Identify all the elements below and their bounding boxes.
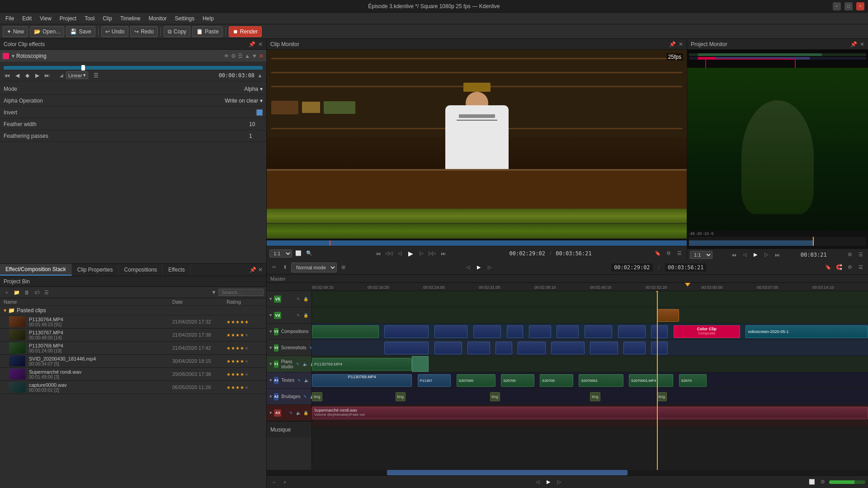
clip-v3-3[interactable] (434, 325, 468, 338)
pm-next-btn[interactable]: ⏭ (773, 250, 782, 259)
keyframe-handle[interactable] (81, 65, 85, 70)
menu-file[interactable]: File (2, 14, 18, 23)
interpolation-select[interactable]: Linear ▾ (66, 71, 88, 79)
bin-menu-btn[interactable]: ☰ (42, 288, 51, 296)
bin-folder-btn[interactable]: 📁 (13, 288, 21, 296)
clip-v2-4[interactable] (495, 342, 512, 354)
clip-v2-9[interactable] (651, 342, 668, 354)
tl-cut-btn[interactable]: ✂ (269, 263, 278, 272)
monitor-play-btn[interactable]: ▶ (406, 249, 415, 258)
clip-a1-main[interactable]: P1130769.MP4 (312, 374, 412, 387)
menu-help[interactable]: Help (199, 14, 217, 23)
a1-edit-icon[interactable]: ✎ (296, 377, 302, 384)
monitor-crop-btn[interactable]: ⬜ (294, 249, 303, 258)
bin-options-icon[interactable]: 📌 (250, 267, 256, 273)
track-row-v4[interactable] (312, 307, 868, 324)
music-clip[interactable]: Supermarché rondi.wav Volume (keyframabl… (312, 407, 868, 419)
bin-tag-btn[interactable]: 🏷 (33, 288, 41, 296)
tl-marker-btn[interactable]: 🔖 (824, 263, 833, 272)
clip-color-clip[interactable]: Color Clip Composite (674, 325, 741, 338)
tl-next-frame-btn[interactable]: ▷ (555, 478, 564, 487)
menu-view[interactable]: View (36, 14, 55, 23)
track-row-a2[interactable]: ting ting ting ting ting (312, 389, 868, 405)
clip-monitor-close-icon[interactable]: ✕ (679, 41, 683, 47)
pm-play-btn[interactable]: ▶ (751, 250, 760, 259)
v1-mute-icon[interactable]: 🔈 (302, 361, 308, 367)
effect-list-icon[interactable]: ☰ (238, 53, 243, 59)
bin-add-btn[interactable]: + (3, 288, 11, 296)
redo-button[interactable]: ↪ Redo (130, 26, 158, 37)
v5-lock-icon[interactable]: 🔒 (302, 296, 309, 302)
ting-clip-3[interactable]: ting (490, 392, 500, 401)
tl-settings-btn[interactable]: ⚙ (845, 263, 854, 272)
clip-v2-1[interactable] (384, 342, 429, 354)
clip-vokoscreen[interactable]: vokoscreen-2020-05-1 (745, 325, 868, 338)
tl-mode-select[interactable]: Normal mode (291, 263, 337, 272)
project-monitor-close-icon[interactable]: ✕ (860, 41, 864, 47)
keyframe-bar[interactable] (4, 66, 263, 70)
monitor-prev-clip-btn[interactable]: ⏮ (373, 249, 382, 258)
kf-start-btn[interactable]: ⏮ (4, 72, 11, 79)
clip-v2-5[interactable] (518, 342, 546, 354)
clip-v3-10[interactable] (651, 325, 668, 338)
clip-s6[interactable]: S2070 (679, 374, 707, 387)
bin-folder-item[interactable]: ▾ 📁 Pasted clips (0, 306, 266, 315)
tl-prev-btn[interactable]: ◁ (463, 263, 472, 272)
effect-down-icon[interactable]: ▼ (252, 53, 257, 59)
tab-effects[interactable]: Effects (163, 264, 190, 276)
volume-slider[interactable] (829, 480, 865, 484)
monitor-rewind-btn[interactable]: ◁ (395, 249, 404, 258)
list-item[interactable]: P1130764.MP4 00:01:49:23 [91] 21/04/2020… (0, 315, 266, 328)
clip-s3[interactable]: S20700 (540, 374, 573, 387)
kf-menu-icon[interactable]: ☰ (94, 72, 99, 79)
clip-v3-1[interactable] (312, 325, 379, 338)
list-item[interactable]: P1130767.MP4 00:00:48:00 [14] 21/04/2020… (0, 328, 266, 342)
pm-config-btn[interactable]: ⚙ (845, 250, 854, 259)
bin-close-icon[interactable]: ✕ (258, 267, 263, 273)
timeline-scroll[interactable] (267, 470, 868, 475)
tl-lift-btn[interactable]: ⬆ (280, 263, 289, 272)
tab-clip-properties[interactable]: Clip Properties (72, 264, 119, 276)
feather-width-value[interactable]: 10 (249, 121, 263, 127)
track-row-a1[interactable]: P1130769.MP4 P11307 S207000 S20700 S2070… (312, 372, 868, 389)
panel-close-icon[interactable]: ✕ (258, 41, 263, 47)
clip-v3-5[interactable] (507, 325, 524, 338)
ting-clip-2[interactable]: ting (396, 392, 406, 401)
clip-s1[interactable]: S207000 (457, 374, 495, 387)
tl-next-btn[interactable]: ▷ (485, 263, 494, 272)
track-row-v1[interactable]: P1130769.MP4 (312, 356, 868, 372)
clip-v3-4[interactable] (473, 325, 501, 338)
kf-prev-btn[interactable]: ◀ (14, 72, 21, 79)
tab-compositions[interactable]: Compositions (119, 264, 163, 276)
a3-mute-icon[interactable]: 🔈 (295, 410, 302, 416)
kf-add-btn[interactable]: ◆ (24, 72, 31, 79)
v5-edit-icon[interactable]: ✎ (295, 296, 302, 302)
bin-filter-icon[interactable]: ▼ (211, 289, 217, 296)
clip-a1-2[interactable]: P11307 (418, 374, 451, 387)
clip-v3-8[interactable] (585, 325, 613, 338)
list-item[interactable]: capture0000.wav 00:00:03:01 [2] 06/05/20… (0, 381, 266, 394)
monitor-step-forward-btn[interactable]: ▷ (417, 249, 426, 258)
tl-group-btn[interactable]: ⊞ (339, 263, 348, 272)
expand-effect-icon[interactable]: ▾ (12, 53, 14, 59)
monitor-menu-btn[interactable]: ☰ (675, 249, 684, 258)
paste-button[interactable]: 📋 Paste (192, 26, 223, 37)
menu-project[interactable]: Project (56, 14, 80, 23)
menu-edit[interactable]: Edit (19, 14, 35, 23)
list-item[interactable]: P1130769.MP4 00:01:24:00 [19] 21/04/2020… (0, 342, 266, 355)
v4-edit-icon[interactable]: ✎ (295, 312, 302, 319)
clip-v3-6[interactable] (529, 325, 551, 338)
list-item[interactable]: SVID_20200430_181446.mp4 00:00:34:07 [5]… (0, 355, 266, 368)
clip-v2-8[interactable] (623, 342, 646, 354)
track-row-v2[interactable] (312, 340, 868, 356)
pm-zoom-select[interactable]: 1:1 (690, 251, 712, 259)
a1-mute-icon[interactable]: 🔈 (303, 377, 310, 384)
eye-icon[interactable]: 👁 (224, 53, 229, 59)
monitor-bookmark-btn[interactable]: 🔖 (653, 249, 662, 258)
zoom-select[interactable]: 1:1 (269, 249, 292, 258)
invert-checkbox[interactable] (256, 109, 263, 116)
menu-tool[interactable]: Tool (81, 14, 98, 23)
tl-settings2-btn[interactable]: ⚙ (818, 478, 827, 487)
effect-remove-icon[interactable]: ✕ (259, 53, 264, 59)
clip-v3-7[interactable] (557, 325, 579, 338)
